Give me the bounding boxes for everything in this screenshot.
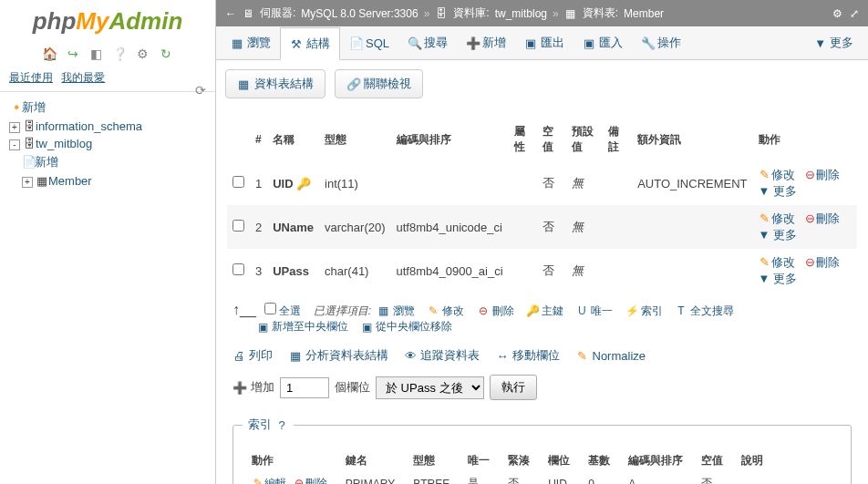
settings-icon[interactable]: ⚙ xyxy=(135,46,150,61)
tab-export[interactable]: ▣匯出 xyxy=(515,26,574,59)
row-more[interactable]: ▼ 更多 xyxy=(759,272,797,285)
bulk-drop[interactable]: ⊖刪除 xyxy=(477,304,514,319)
row-more[interactable]: ▼ 更多 xyxy=(759,228,797,242)
bulk-rem-central[interactable]: ▣從中央欄位移除 xyxy=(360,319,452,335)
tool-move[interactable]: ↔移動欄位 xyxy=(496,347,560,364)
tree-db-info[interactable]: information_schema xyxy=(36,119,142,133)
add-col-label: 個欄位 xyxy=(335,379,370,396)
sql-icon[interactable]: ◧ xyxy=(88,46,103,61)
add-position-select[interactable]: 於 UPass 之後 xyxy=(376,376,484,399)
up-icon[interactable]: ⤢ xyxy=(850,7,859,20)
idx-edit[interactable]: ✎編輯 xyxy=(252,477,286,484)
tab-operations[interactable]: 🔧操作 xyxy=(632,26,690,59)
new-icon: 📄 xyxy=(22,155,35,169)
bulk-primary[interactable]: 🔑主鍵 xyxy=(526,304,563,319)
table-icon: ▦ xyxy=(564,7,577,20)
row-drop[interactable]: ⊖刪除 xyxy=(803,255,840,269)
tab-search[interactable]: 🔍搜尋 xyxy=(398,26,457,59)
table-row: 1UID 🔑int(11)否無AUTO_INCREMENT ✎修改 ⊖刪除 ▼ … xyxy=(227,161,857,206)
bulk-change[interactable]: ✎修改 xyxy=(427,304,464,319)
idx-drop[interactable]: ⊖刪除 xyxy=(293,477,327,484)
gear-icon[interactable]: ⚙ xyxy=(832,7,842,20)
tool-normalize[interactable]: ✎Normalize xyxy=(576,349,646,363)
docs-icon[interactable]: ❔ xyxy=(112,46,127,61)
row-edit[interactable]: ✎修改 xyxy=(759,211,795,225)
bulk-browse[interactable]: ▦瀏覽 xyxy=(377,304,415,319)
tree-expand-table[interactable]: + xyxy=(22,177,33,188)
exit-icon[interactable]: ↪ xyxy=(66,46,80,61)
tab-insert[interactable]: ➕新增 xyxy=(457,26,515,59)
tab-import[interactable]: ▣匯入 xyxy=(574,26,632,59)
breadcrumb: ← 🖥 伺服器: MySQL 8.0 Server:3306 » 🗄 資料庫: … xyxy=(216,0,868,26)
bulk-unique[interactable]: U唯一 xyxy=(575,304,613,319)
bulk-add-central[interactable]: ▣新增至中央欄位 xyxy=(256,319,348,335)
indexes-box: 索引 ? 動作鍵名型態 唯一緊湊欄位 基數編碼與排序空值說明 ✎編輯 ⊖刪除 P… xyxy=(232,417,852,484)
columns-table: #名稱型態 編碼與排序屬性空值 預設值備註額外資訊 動作 1UID 🔑int(1… xyxy=(227,118,857,293)
row-checkbox[interactable] xyxy=(232,176,244,188)
link-recent[interactable]: 最近使用 xyxy=(9,71,53,84)
add-go-button[interactable]: 執行 xyxy=(490,375,537,400)
row-checkbox[interactable] xyxy=(232,263,244,275)
checkall[interactable] xyxy=(264,303,276,314)
subtab-table-structure[interactable]: ▦資料表結構 xyxy=(225,69,326,98)
tool-print[interactable]: 🖨列印 xyxy=(232,347,273,364)
add-label: 增加 xyxy=(251,379,274,396)
bulk-arrow-icon: ↑__ xyxy=(232,302,256,318)
tree-collapse[interactable]: - xyxy=(9,139,20,150)
server-icon: 🖥 xyxy=(242,7,254,20)
tree-refresh-icon[interactable]: ⟳ xyxy=(195,83,206,98)
row-drop[interactable]: ⊖刪除 xyxy=(803,168,840,181)
row-checkbox[interactable] xyxy=(232,220,244,232)
bulk-index[interactable]: ⚡索引 xyxy=(625,304,663,319)
subtab-relation[interactable]: 🔗關聯檢視 xyxy=(335,69,423,98)
add-count-input[interactable] xyxy=(280,377,329,398)
row-edit[interactable]: ✎修改 xyxy=(759,168,795,181)
checkall-label[interactable]: 全選 xyxy=(279,304,301,319)
tab-structure[interactable]: ⚒結構 xyxy=(280,27,340,60)
primary-key-icon: 🔑 xyxy=(296,177,311,191)
logo[interactable]: phpMyAdmin xyxy=(0,0,215,43)
tab-more[interactable]: ▼更多 xyxy=(805,26,863,59)
row-drop[interactable]: ⊖刪除 xyxy=(803,211,840,225)
db-icon: 🗄 xyxy=(23,119,36,133)
db-icon: 🗄 xyxy=(23,137,36,150)
tree-db-blog[interactable]: tw_mitblog xyxy=(36,137,92,150)
reload-icon[interactable]: ↻ xyxy=(159,46,173,61)
tab-browse[interactable]: ▦瀏覽 xyxy=(222,26,280,59)
indexes-table: 動作鍵名型態 唯一緊湊欄位 基數編碼與排序空值說明 ✎編輯 ⊖刪除 PRIMAR… xyxy=(243,449,772,484)
home-icon[interactable]: 🏠 xyxy=(42,46,57,61)
row-more[interactable]: ▼ 更多 xyxy=(759,184,797,198)
tool-analyze[interactable]: ▦分析資料表結構 xyxy=(289,347,388,364)
tab-sql[interactable]: 📄SQL xyxy=(340,26,398,59)
tree-new-icon: 🔸 xyxy=(9,100,22,114)
tool-track[interactable]: 👁追蹤資料表 xyxy=(404,347,480,364)
tree-expand[interactable]: + xyxy=(9,122,20,133)
table-row: 3UPasschar(41)utf8mb4_0900_ai_ci否無 ✎修改 ⊖… xyxy=(227,249,857,293)
table-icon: ▦ xyxy=(36,174,48,188)
indexes-legend[interactable]: 索引 ? xyxy=(243,417,294,433)
table-row: 2UNamevarchar(20)utf8mb4_unicode_ci否無 ✎修… xyxy=(227,205,857,249)
db-icon: 🗄 xyxy=(435,7,448,20)
bulk-fulltext[interactable]: T全文搜尋 xyxy=(675,304,734,319)
tree-new[interactable]: 新增 xyxy=(22,100,46,114)
row-edit[interactable]: ✎修改 xyxy=(759,255,795,269)
tree-db2-new[interactable]: 新增 xyxy=(35,155,58,169)
add-icon: ➕ xyxy=(232,381,245,395)
with-selected-label: 已選擇項目: xyxy=(314,304,371,317)
tree-table-member[interactable]: Member xyxy=(48,174,92,188)
link-favorites[interactable]: 我的最愛 xyxy=(61,71,105,84)
